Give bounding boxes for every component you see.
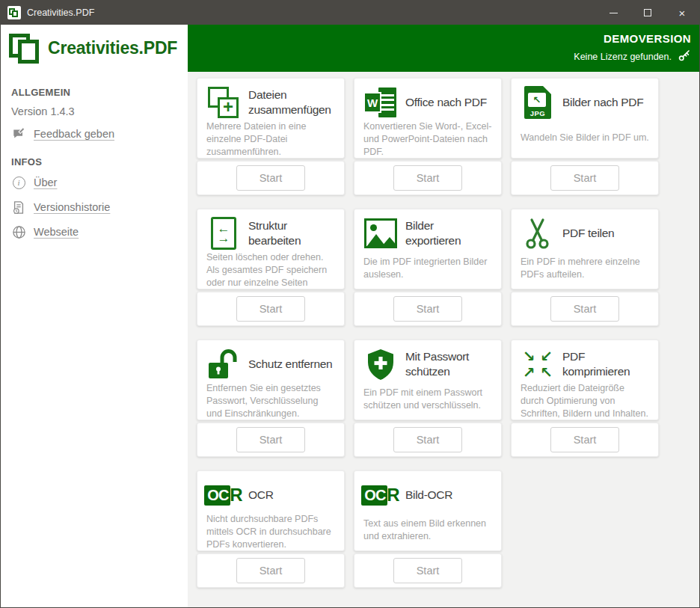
version-history-icon: [11, 200, 26, 215]
tool-card-body[interactable]: Mit Passwort schützen Ein PDF mit einem …: [354, 340, 502, 420]
tool-card: W Office nach PDF Konvertieren Sie Word-…: [354, 78, 502, 195]
tool-card-body[interactable]: ←→ Struktur bearbeiten Seiten löschen od…: [197, 209, 345, 289]
window-title: Creativities.PDF: [27, 7, 596, 18]
tool-card-footer: Start: [197, 292, 345, 326]
start-button[interactable]: Start: [393, 165, 462, 191]
tool-card-footer: Start: [354, 292, 502, 326]
tool-card-footer: Start: [511, 161, 659, 195]
edit-structure-icon: ←→: [206, 217, 241, 250]
tool-card-body[interactable]: ↖JPG Bilder nach PDF Wandeln Sie Bilder …: [511, 78, 659, 159]
tool-description: Entfernen Sie ein gesetztes Passwort, Ve…: [206, 382, 335, 420]
sidebar: Creativities.PDF ALLGEMEIN Version 1.4.3…: [1, 25, 188, 607]
sidebar-item-website[interactable]: Webseite: [11, 224, 177, 239]
ocr-icon: OCR: [363, 485, 398, 506]
tool-card-body[interactable]: OCR Bild-OCR Text aus einem Bild erkenne…: [354, 470, 502, 551]
tool-description: Die im PDF integrierten Bilder auslesen.: [363, 256, 492, 281]
about-link[interactable]: Über: [34, 176, 57, 188]
tool-description: Nicht durchsuchbare PDFs mittels OCR in …: [206, 513, 335, 551]
ocr-icon: OCR: [206, 485, 241, 506]
tool-card-body[interactable]: OCR OCR Nicht durchsuchbare PDFs mittels…: [197, 470, 345, 551]
sidebar-item-about[interactable]: i Über: [11, 175, 177, 190]
shield-plus-icon: [363, 348, 398, 381]
tool-description: Text aus einem Bild erkennen und extrahi…: [363, 518, 492, 543]
tool-description: Reduziert die Dateigröße durch Optimieru…: [521, 382, 649, 420]
tool-card-footer: Start: [354, 161, 502, 195]
feedback-icon: [11, 126, 26, 141]
titlebar: Creativities.PDF ×: [1, 1, 699, 25]
unlock-icon: [206, 348, 241, 381]
key-icon: [678, 49, 691, 65]
tool-title: Schutz entfernen: [248, 357, 332, 372]
start-button[interactable]: Start: [236, 427, 305, 452]
tool-grid-area: + Dateien zusammenfügen Mehrere Dateien …: [188, 72, 699, 607]
tool-card: ←→ Struktur bearbeiten Seiten löschen od…: [197, 209, 345, 326]
tool-card-footer: Start: [511, 292, 659, 326]
website-link[interactable]: Webseite: [34, 226, 79, 238]
tool-card-footer: Start: [197, 423, 345, 457]
tool-card-footer: Start: [511, 423, 659, 457]
sidebar-item-history[interactable]: Versionshistorie: [11, 200, 177, 215]
jpg-file-icon: ↖JPG: [521, 86, 555, 119]
license-status-row[interactable]: Keine Lizenz gefunden.: [574, 49, 691, 65]
tool-card-footer: Start: [197, 161, 345, 195]
tool-card-footer: Start: [197, 553, 345, 588]
start-button[interactable]: Start: [393, 558, 462, 583]
image-export-icon: [363, 218, 398, 248]
merge-files-icon: +: [206, 86, 241, 119]
tool-card-body[interactable]: ↘↙↗↖ PDF komprimieren Reduziert die Date…: [511, 340, 659, 420]
tool-card: OCR OCR Nicht durchsuchbare PDFs mittels…: [197, 470, 345, 588]
start-button[interactable]: Start: [550, 165, 619, 191]
minimize-icon: [610, 13, 618, 13]
tool-card: Bilder exportieren Die im PDF integriert…: [354, 209, 502, 326]
minimize-button[interactable]: [596, 1, 630, 25]
start-button[interactable]: Start: [236, 296, 305, 322]
license-status-text: Keine Lizenz gefunden.: [574, 52, 672, 62]
tool-description: Konvertieren Sie Word-, Excel- und Power…: [363, 120, 492, 159]
version-history-link[interactable]: Versionshistorie: [34, 201, 110, 213]
close-button[interactable]: ×: [665, 1, 699, 25]
tool-card-body[interactable]: Schutz entfernen Entfernen Sie ein geset…: [197, 340, 345, 420]
start-button[interactable]: Start: [393, 427, 462, 452]
license-banner: DEMOVERSION Keine Lizenz gefunden.: [188, 25, 699, 72]
tool-card-body[interactable]: + Dateien zusammenfügen Mehrere Dateien …: [197, 78, 345, 159]
start-button[interactable]: Start: [550, 427, 619, 452]
tool-card-body[interactable]: W Office nach PDF Konvertieren Sie Word-…: [354, 78, 502, 159]
tool-card-body[interactable]: PDF teilen Ein PDF in mehrere einzelne P…: [511, 209, 659, 289]
tool-card-footer: Start: [354, 423, 502, 457]
tool-card: PDF teilen Ein PDF in mehrere einzelne P…: [511, 209, 659, 326]
info-icon: i: [11, 175, 26, 190]
tool-card: ↘↙↗↖ PDF komprimieren Reduziert die Date…: [511, 340, 659, 457]
tool-title: PDF teilen: [562, 226, 614, 241]
tool-description: Wandeln Sie Bilder in PDF um.: [521, 132, 649, 144]
tool-card: Schutz entfernen Entfernen Sie ein geset…: [197, 340, 345, 457]
tool-grid: + Dateien zusammenfügen Mehrere Dateien …: [197, 78, 699, 588]
section-heading-infos: INFOS: [11, 156, 177, 168]
sidebar-item-feedback[interactable]: Feedback geben: [11, 126, 177, 141]
app-window: Creativities.PDF × Creativities.PDF ALLG…: [0, 0, 700, 608]
maximize-button[interactable]: [630, 1, 665, 25]
window-controls: ×: [596, 1, 699, 25]
demo-version-badge: DEMOVERSION: [604, 32, 691, 45]
start-button[interactable]: Start: [236, 165, 305, 191]
tool-title: Mit Passwort schützen: [405, 349, 492, 379]
tool-title: PDF komprimieren: [562, 349, 649, 379]
feedback-link[interactable]: Feedback geben: [34, 128, 114, 140]
start-button[interactable]: Start: [550, 296, 619, 322]
close-icon: ×: [679, 7, 686, 19]
compress-icon: ↘↙↗↖: [521, 348, 555, 381]
tool-title: Bild-OCR: [405, 488, 452, 503]
word-doc-icon: W: [363, 87, 398, 118]
start-button[interactable]: Start: [236, 558, 305, 583]
tool-title: Bilder exportieren: [405, 218, 492, 248]
tool-card-body[interactable]: Bilder exportieren Die im PDF integriert…: [354, 209, 502, 289]
tool-description: Mehrere Dateien in eine einzelne PDF-Dat…: [206, 120, 335, 159]
tool-title: Bilder nach PDF: [562, 95, 643, 110]
tool-card: ↖JPG Bilder nach PDF Wandeln Sie Bilder …: [511, 78, 659, 195]
sidebar-section-general: ALLGEMEIN Version 1.4.3 Feedback geben: [1, 87, 188, 141]
tool-description: Ein PDF mit einem Passwort schützen und …: [363, 387, 492, 412]
tool-card-footer: Start: [354, 553, 502, 588]
start-button[interactable]: Start: [393, 296, 462, 322]
globe-icon: [11, 224, 26, 239]
scissors-icon: [521, 217, 555, 250]
brand-logo-icon: [7, 29, 43, 68]
